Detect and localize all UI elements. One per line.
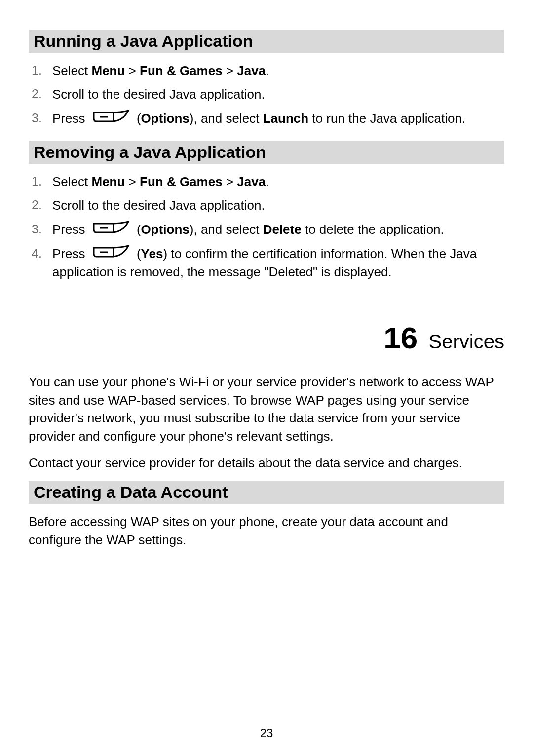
bold-text: Options: [141, 222, 190, 237]
text: Press: [52, 222, 89, 237]
text: ), and select: [190, 111, 263, 126]
text: ), and select: [190, 222, 263, 237]
soft-key-icon: [92, 245, 130, 262]
text: (: [133, 111, 141, 126]
body-paragraph: Before accessing WAP sites on your phone…: [29, 513, 504, 549]
chapter-number: 16: [383, 320, 418, 355]
text: Scroll to the desired Java application.: [52, 198, 265, 213]
text: Select: [52, 174, 92, 189]
text: (: [133, 222, 141, 237]
text: .: [266, 174, 269, 189]
step-item: Scroll to the desired Java application.: [29, 196, 504, 214]
bold-text: Menu: [92, 63, 125, 78]
section-heading-running-java: Running a Java Application: [29, 30, 504, 53]
step-item: Press (Options), and select Launch to ru…: [29, 110, 504, 128]
text: >: [125, 63, 140, 78]
bold-text: Menu: [92, 174, 125, 189]
body-paragraph: You can use your phone's Wi-Fi or your s…: [29, 373, 504, 445]
page-number: 23: [0, 726, 533, 740]
bold-text: Delete: [263, 222, 302, 237]
bold-text: Java: [237, 63, 266, 78]
section-heading-removing-java: Removing a Java Application: [29, 141, 504, 164]
bold-text: Options: [141, 111, 190, 126]
text: (: [133, 246, 141, 261]
bold-text: Launch: [263, 111, 308, 126]
text: >: [223, 174, 237, 189]
text: Scroll to the desired Java application.: [52, 87, 265, 102]
steps-running-java: Select Menu > Fun & Games > Java. Scroll…: [29, 62, 504, 128]
text: >: [125, 174, 140, 189]
section-heading-creating-data-account: Creating a Data Account: [29, 481, 504, 504]
chapter-title: Services: [429, 331, 504, 353]
body-paragraph: Contact your service provider for detail…: [29, 454, 504, 472]
text: Press: [52, 111, 89, 126]
text: Press: [52, 246, 89, 261]
text: .: [266, 63, 269, 78]
bold-text: Fun & Games: [140, 63, 223, 78]
step-item: Press (Options), and select Delete to de…: [29, 221, 504, 239]
soft-key-icon: [92, 221, 130, 237]
bold-text: Java: [237, 174, 266, 189]
bold-text: Fun & Games: [140, 174, 223, 189]
step-item: Press (Yes) to confirm the certification…: [29, 245, 504, 281]
soft-key-icon: [92, 110, 130, 126]
step-item: Select Menu > Fun & Games > Java.: [29, 62, 504, 79]
text: Select: [52, 63, 92, 78]
text: >: [223, 63, 237, 78]
chapter-heading: 16 Services: [29, 320, 504, 355]
bold-text: Yes: [141, 246, 163, 261]
steps-removing-java: Select Menu > Fun & Games > Java. Scroll…: [29, 173, 504, 281]
text: to delete the application.: [302, 222, 444, 237]
step-item: Select Menu > Fun & Games > Java.: [29, 173, 504, 190]
step-item: Scroll to the desired Java application.: [29, 85, 504, 103]
text: to run the Java application.: [308, 111, 465, 126]
